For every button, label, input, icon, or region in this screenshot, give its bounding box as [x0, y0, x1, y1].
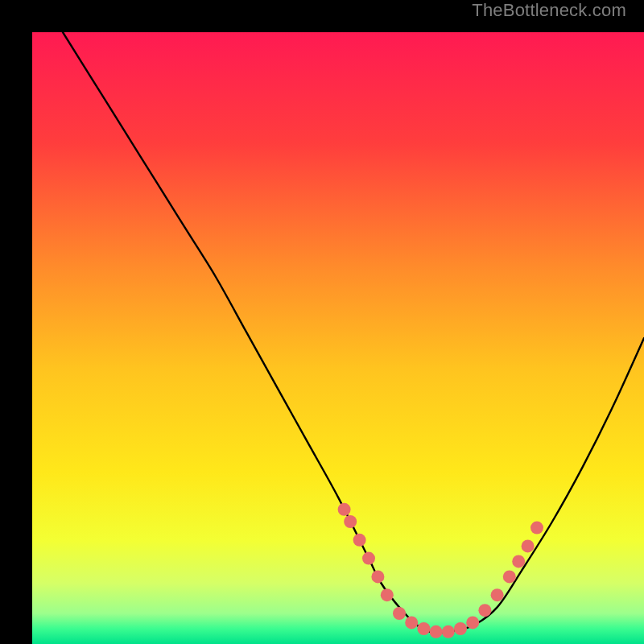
highlight-point [491, 588, 504, 601]
highlight-point [405, 616, 418, 629]
highlight-point [371, 570, 384, 583]
highlight-point [478, 604, 491, 617]
highlight-point [393, 607, 406, 620]
highlight-point [338, 503, 351, 516]
highlight-point [417, 622, 430, 635]
highlight-point [512, 555, 525, 568]
highlight-point [430, 625, 443, 638]
highlight-point [530, 522, 543, 535]
highlight-point [353, 534, 366, 547]
highlight-point [454, 622, 467, 635]
highlight-point [466, 616, 479, 629]
bottleneck-chart [32, 32, 644, 644]
highlight-point [362, 552, 375, 565]
highlight-point [522, 539, 535, 552]
chart-background [32, 32, 644, 644]
highlight-point [344, 515, 357, 528]
highlight-point [442, 625, 455, 638]
watermark-text: TheBottleneck.com [472, 0, 626, 21]
highlight-point [503, 570, 516, 583]
highlight-point [381, 588, 394, 601]
chart-frame [16, 16, 628, 628]
